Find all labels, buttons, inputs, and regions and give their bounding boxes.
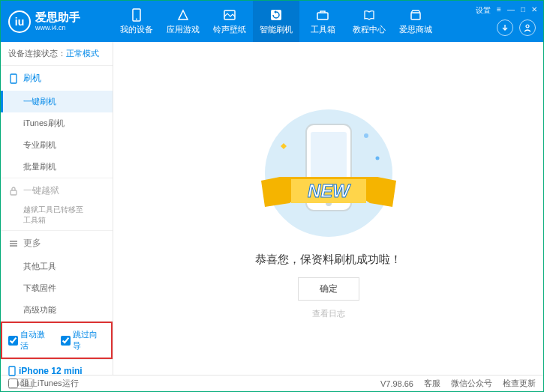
- menu-icon[interactable]: ≡: [497, 5, 501, 16]
- window-controls: 设置 ≡ — □ ✕: [476, 5, 537, 16]
- minimize-icon[interactable]: —: [507, 5, 515, 16]
- success-illustration: NEW: [254, 106, 404, 241]
- jailbreak-note: 越狱工具已转移至 工具箱: [1, 203, 113, 230]
- settings-text[interactable]: 设置: [476, 5, 491, 16]
- app-header: iu 爱思助手 www.i4.cn 我的设备 应用游戏 铃声壁纸 智能刷机 工具…: [1, 1, 543, 42]
- nav-label: 工具箱: [311, 24, 335, 35]
- sidebar-item-oneclick[interactable]: 一键刷机: [1, 91, 113, 112]
- nav-toolbox[interactable]: 工具箱: [299, 1, 346, 42]
- apps-icon: [176, 8, 190, 22]
- view-log-link[interactable]: 查看日志: [312, 308, 345, 319]
- status-label: 设备连接状态：: [8, 49, 66, 58]
- sidebar-item-batch[interactable]: 批量刷机: [1, 156, 113, 178]
- nav-label: 智能刷机: [260, 24, 293, 35]
- refresh-icon: [269, 8, 283, 22]
- nav-apps[interactable]: 应用游戏: [160, 1, 206, 42]
- nav-label: 应用游戏: [167, 24, 200, 35]
- logo-area: iu 爱思助手 www.i4.cn: [1, 10, 113, 33]
- wallpaper-icon: [223, 8, 236, 22]
- checkbox-label: 自动激活: [20, 329, 53, 352]
- svg-rect-8: [11, 190, 17, 195]
- check-update-link[interactable]: 检查更新: [503, 378, 536, 389]
- nav-flash[interactable]: 智能刷机: [253, 1, 299, 42]
- device-name[interactable]: iPhone 12 mini: [8, 366, 105, 376]
- device-name-text: iPhone 12 mini: [19, 366, 83, 376]
- nav-tutorials[interactable]: 教程中心: [346, 1, 392, 42]
- skip-guide-checkbox[interactable]: 跳过向导: [61, 329, 106, 352]
- svg-point-6: [526, 25, 529, 28]
- header-actions: [497, 19, 536, 36]
- sidebar-item-itunes[interactable]: iTunes刷机: [1, 112, 113, 134]
- sidebar-head-label: 刷机: [23, 72, 41, 85]
- nav-ringtones[interactable]: 铃声壁纸: [206, 1, 253, 42]
- sidebar-item-pro[interactable]: 专业刷机: [1, 134, 113, 156]
- download-icon[interactable]: [497, 19, 513, 36]
- sidebar-flash-header[interactable]: 刷机: [1, 66, 113, 91]
- toolbox-icon: [316, 8, 329, 22]
- main-content: NEW 恭喜您，保资料刷机成功啦！ 确定 查看日志: [113, 42, 543, 375]
- app-name: 爱思助手: [35, 11, 80, 24]
- store-icon: [409, 8, 422, 22]
- nav-my-device[interactable]: 我的设备: [113, 1, 160, 42]
- svg-rect-12: [9, 367, 15, 376]
- version-text: V7.98.66: [380, 379, 413, 388]
- nav-label: 爱思商城: [399, 24, 432, 35]
- sidebar-head-label: 更多: [23, 237, 41, 250]
- app-url: www.i4.cn: [35, 24, 80, 31]
- checkbox-input[interactable]: [8, 336, 18, 346]
- sidebar-item-advanced[interactable]: 高级功能: [1, 299, 113, 321]
- checkbox-label: 阻止iTunes运行: [21, 378, 79, 389]
- checkbox-input[interactable]: [8, 379, 18, 388]
- sidebar-jailbreak-header: 一键越狱: [1, 178, 113, 203]
- success-message: 恭喜您，保资料刷机成功啦！: [255, 253, 401, 267]
- option-checkboxes: 自动激活 跳过向导: [1, 322, 113, 359]
- svg-point-18: [364, 133, 368, 138]
- lock-icon: [8, 186, 19, 196]
- svg-point-1: [136, 18, 137, 19]
- status-value: 正常模式: [66, 49, 99, 58]
- wechat-link[interactable]: 微信公众号: [451, 378, 492, 389]
- svg-rect-7: [11, 74, 17, 83]
- nav-store[interactable]: 爱思商城: [392, 1, 439, 42]
- close-icon[interactable]: ✕: [531, 5, 537, 16]
- device-status: 设备连接状态：正常模式: [1, 42, 113, 66]
- svg-rect-4: [317, 13, 328, 19]
- new-badge: NEW: [308, 181, 351, 201]
- sidebar-item-download[interactable]: 下载固件: [1, 277, 113, 299]
- sidebar-item-other[interactable]: 其他工具: [1, 256, 113, 277]
- nav-label: 教程中心: [353, 24, 386, 35]
- book-icon: [362, 8, 376, 22]
- device-icon: [8, 366, 16, 376]
- svg-rect-5: [411, 13, 420, 19]
- phone-icon: [130, 8, 143, 22]
- flash-icon: [8, 73, 19, 84]
- checkbox-label: 跳过向导: [73, 329, 106, 352]
- sidebar-more-header[interactable]: 更多: [1, 231, 113, 256]
- svg-point-19: [375, 156, 379, 160]
- maximize-icon[interactable]: □: [521, 5, 525, 16]
- nav-label: 铃声壁纸: [213, 24, 246, 35]
- nav-label: 我的设备: [120, 24, 153, 35]
- sidebar-head-label: 一键越狱: [23, 184, 59, 197]
- ok-button[interactable]: 确定: [298, 277, 359, 301]
- support-link[interactable]: 客服: [424, 378, 440, 389]
- block-itunes-checkbox[interactable]: 阻止iTunes运行: [8, 378, 79, 389]
- auto-activate-checkbox[interactable]: 自动激活: [8, 329, 53, 352]
- sidebar: 设备连接状态：正常模式 刷机 一键刷机 iTunes刷机 专业刷机 批量刷机 一…: [1, 42, 113, 375]
- more-icon: [8, 238, 19, 249]
- logo-icon: iu: [8, 10, 31, 33]
- checkbox-input[interactable]: [61, 336, 71, 346]
- user-icon[interactable]: [519, 19, 536, 36]
